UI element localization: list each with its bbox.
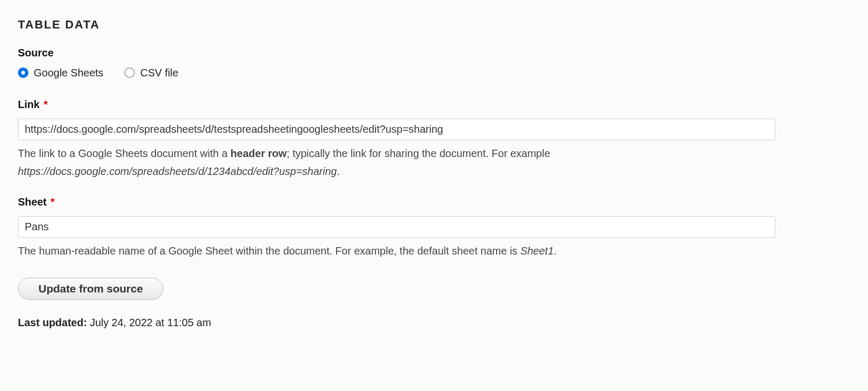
link-input[interactable] — [18, 119, 775, 140]
link-label-text: Link — [18, 99, 40, 110]
sheet-field-group: Sheet * The human-readable name of a Goo… — [18, 194, 850, 260]
required-star-icon: * — [44, 99, 48, 110]
help-text-bold: header row — [231, 148, 287, 159]
section-title-table-data: TABLE DATA — [18, 16, 850, 33]
help-text-segment: ; typically the link for sharing the doc… — [287, 148, 550, 159]
help-text-segment: . — [554, 245, 557, 257]
update-from-source-button[interactable]: Update from source — [18, 278, 163, 300]
source-label: Source — [18, 45, 850, 61]
help-text-italic: https://docs.google.com/spreadsheets/d/1… — [18, 165, 337, 177]
required-star-icon: * — [51, 196, 55, 208]
sheet-label-text: Sheet — [18, 196, 46, 208]
radio-csv-file[interactable]: CSV file — [124, 65, 178, 81]
link-help-text: The link to a Google Sheets document wit… — [18, 144, 775, 180]
source-field-group: Source Google Sheets CSV file — [18, 45, 850, 81]
last-updated-row: Last updated: July 24, 2022 at 11:05 am — [18, 315, 850, 330]
radio-google-sheets[interactable]: Google Sheets — [18, 65, 103, 81]
help-text-segment: The human-readable name of a Google Shee… — [18, 245, 520, 257]
sheet-input[interactable] — [18, 216, 775, 238]
help-text-italic: Sheet1 — [520, 245, 554, 257]
radio-label: CSV file — [140, 65, 178, 81]
radio-label: Google Sheets — [34, 65, 103, 81]
link-field-group: Link * The link to a Google Sheets docum… — [18, 96, 850, 180]
last-updated-label: Last updated: — [18, 317, 87, 328]
radio-icon — [18, 67, 28, 78]
link-label: Link * — [18, 96, 850, 112]
help-text-segment: The link to a Google Sheets document wit… — [18, 148, 231, 159]
source-radio-group: Google Sheets CSV file — [18, 65, 850, 81]
help-text-segment: . — [337, 165, 340, 177]
sheet-label: Sheet * — [18, 194, 850, 210]
radio-icon — [124, 67, 135, 78]
last-updated-value: July 24, 2022 at 11:05 am — [90, 317, 211, 328]
sheet-help-text: The human-readable name of a Google Shee… — [18, 242, 775, 260]
